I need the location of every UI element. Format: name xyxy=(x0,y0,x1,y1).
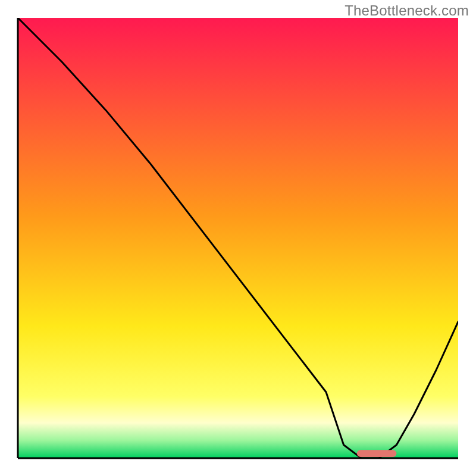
optimal-marker xyxy=(357,450,397,457)
heatmap-background xyxy=(18,18,458,458)
watermark-text: TheBottleneck.com xyxy=(345,2,469,19)
chart-container: TheBottleneck.com xyxy=(0,0,476,476)
bottleneck-chart xyxy=(0,0,476,476)
